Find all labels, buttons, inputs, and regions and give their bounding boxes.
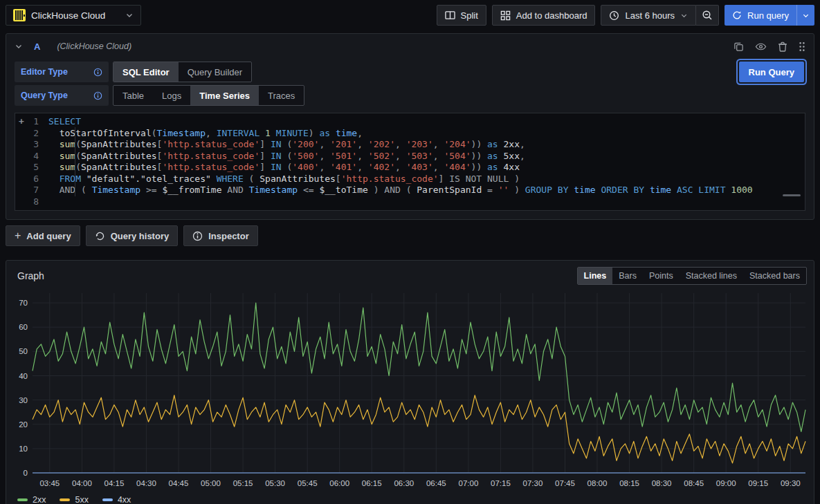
query-type-row: Query Type TableLogsTime SeriesTraces [15,85,805,106]
svg-text:04:30: 04:30 [136,479,156,487]
code-token: '' [498,185,509,195]
code-token [48,139,60,149]
editor-type-option-sql-editor[interactable]: SQL Editor [113,62,179,82]
datasource-picker[interactable]: ClickHouse Cloud [6,5,141,26]
drag-handle-icon[interactable] [799,41,805,52]
code-line[interactable]: 2 toStartOfInterval(Timestamp, INTERVAL … [15,128,805,140]
hide-query-eye-icon[interactable] [755,41,767,52]
code-token: , [357,139,368,149]
code-token: '504' [444,151,471,161]
run-query-button[interactable]: Run query [725,5,796,26]
graph-mode-option-points[interactable]: Points [643,268,680,284]
info-icon[interactable] [93,91,102,100]
chart-area[interactable]: 01020304050607003:4504:0004:1504:3004:45… [6,286,814,494]
zoom-out-button[interactable] [696,5,719,26]
add-query-button[interactable]: + Add query [6,225,80,246]
code-token: ) [509,185,525,195]
svg-text:04:00: 04:00 [72,479,92,487]
indent-guide [75,127,75,196]
legend-item-2xx[interactable]: 2xx [17,495,46,504]
editor-type-option-query-builder[interactable]: Query Builder [179,62,251,82]
editor-type-label: Editor Type [15,62,109,82]
line-number: 6 [28,174,48,185]
legend-item-5xx[interactable]: 5xx [60,495,88,504]
code-line[interactable]: 7 AND ( Timestamp >= $__fromTime AND Tim… [15,185,805,196]
code-token: , [433,139,444,149]
panel-run-query-button[interactable]: Run Query [739,62,804,82]
split-icon [445,10,455,20]
collapse-chevron-icon[interactable] [15,42,23,50]
code-text: SELECT [48,116,805,128]
svg-text:08:00: 08:00 [587,479,608,487]
code-token: 'http.status_code' [341,174,439,184]
code-line[interactable]: 5 sum(SpanAttributes['http.status_code']… [15,162,805,174]
code-token [48,174,60,184]
code-line[interactable]: 4 sum(SpanAttributes['http.status_code']… [15,151,805,162]
code-token: [ [336,174,341,184]
split-button[interactable]: Split [437,5,486,26]
code-token: as [487,151,498,161]
graph-mode-option-stacked-bars[interactable]: Stacked bars [743,268,806,284]
code-line[interactable]: 6 FROM "default"."otel_traces" WHERE ( S… [15,174,805,185]
code-line[interactable]: +1SELECT [15,116,805,128]
clickhouse-logo-icon [13,9,26,21]
query-history-button[interactable]: Query history [86,225,179,246]
code-line[interactable]: 3 sum(SpanAttributes['http.status_code']… [15,139,805,151]
svg-text:06:00: 06:00 [329,479,349,487]
run-query-caret-button[interactable] [796,5,814,26]
code-token: '402' [368,162,395,172]
code-token [48,128,60,138]
sql-code-editor[interactable]: +1SELECT2 toStartOfInterval(Timestamp, I… [15,113,805,211]
code-text: sum(SpanAttributes['http.status_code'] I… [48,162,805,174]
code-token: , [206,128,217,138]
query-actions [734,41,805,52]
svg-text:0: 0 [24,469,28,477]
graph-mode-option-stacked-lines[interactable]: Stacked lines [680,268,743,284]
code-token: LIMIT [698,185,725,195]
code-line[interactable]: 8 [15,196,805,208]
svg-text:04:15: 04:15 [104,479,125,487]
plus-icon: + [15,230,21,242]
code-token: ) AND ( [368,185,417,195]
graph-mode-option-bars[interactable]: Bars [612,268,643,284]
svg-text:70: 70 [19,299,28,307]
code-token: , [520,139,525,149]
svg-text:40: 40 [19,372,28,380]
code-token: )) [471,139,487,149]
graph-mode-option-lines[interactable]: Lines [578,268,613,284]
code-token: sum [60,139,75,149]
chart-legend: 2xx5xx4xx [6,494,814,504]
editor-scrollbar-handle[interactable] [783,194,801,196]
code-token: as [487,139,498,149]
gutter-spacer [15,151,28,162]
code-token: time [574,185,595,195]
query-type-option-logs[interactable]: Logs [153,86,190,105]
svg-text:09:30: 09:30 [781,479,801,487]
info-icon[interactable] [93,68,102,77]
inspector-button[interactable]: Inspector [183,225,258,246]
query-type-option-traces[interactable]: Traces [259,86,304,105]
code-text [48,196,805,208]
code-token: , [357,128,363,138]
legend-item-4xx[interactable]: 4xx [102,495,131,504]
graph-mode-options: LinesBarsPointsStacked linesStacked bars [577,267,807,285]
chevron-down-icon [125,11,134,19]
graph-panel: Graph LinesBarsPointsStacked linesStacke… [6,260,814,504]
query-type-option-time-series[interactable]: Time Series [190,86,259,105]
code-token: INTERVAL [217,128,260,138]
code-token: ( [152,128,157,138]
svg-text:08:45: 08:45 [684,479,704,487]
code-token: SpanAttributes [81,139,157,149]
code-token: $__fromTime [162,185,221,195]
query-type-option-table[interactable]: Table [113,86,153,105]
time-range-picker[interactable]: Last 6 hours [601,5,696,26]
code-token: = [482,185,498,195]
duplicate-query-icon[interactable] [734,41,744,52]
code-token [498,162,504,172]
delete-query-trash-icon[interactable] [778,41,787,52]
add-to-dashboard-label: Add to dashboard [516,10,587,21]
code-token: SpanAttributes [81,151,157,161]
add-to-dashboard-button[interactable]: Add to dashboard [492,5,596,26]
svg-text:06:15: 06:15 [362,479,382,487]
code-token: '501' [330,151,357,161]
